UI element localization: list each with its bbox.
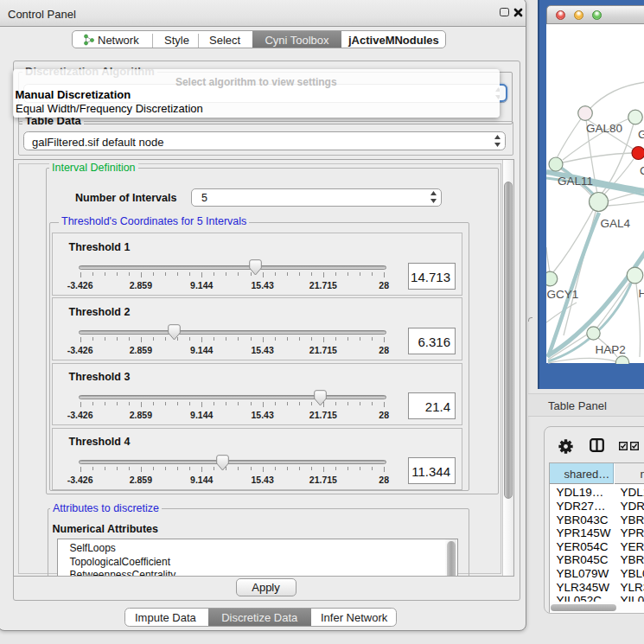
svg-text:H: H <box>639 286 644 299</box>
svg-text:GAL80: GAL80 <box>586 122 622 135</box>
svg-text:HAP2: HAP2 <box>596 343 626 356</box>
svg-text:GCY1: GCY1 <box>547 288 579 301</box>
svg-text:GAL4: GAL4 <box>601 217 631 230</box>
svg-text:C: C <box>640 163 644 176</box>
svg-text:GA: GA <box>638 128 644 141</box>
svg-text:GAL11: GAL11 <box>558 174 593 187</box>
